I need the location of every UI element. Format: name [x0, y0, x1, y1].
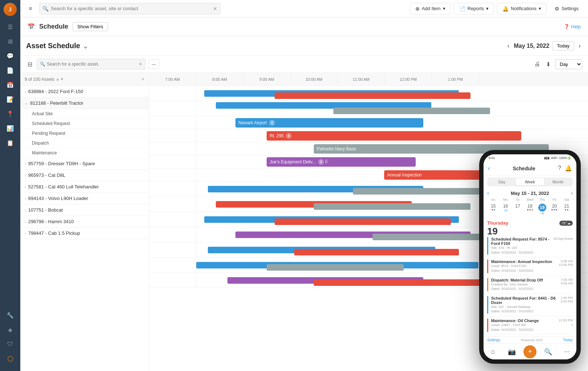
info-icon[interactable]: ℹ	[286, 133, 292, 139]
info-icon[interactable]: ℹ	[318, 159, 324, 165]
phone-cal-day-16[interactable]: 16+3	[499, 203, 512, 216]
sidebar-icon-brand[interactable]: ⬡	[4, 352, 17, 365]
sidebar-icon-documents[interactable]: 📄	[4, 64, 17, 77]
filter-icon-button[interactable]: ⊟	[26, 59, 34, 69]
list-item[interactable]: ›694143 - Volvo L90H Loader	[20, 193, 149, 204]
show-filters-button[interactable]: Show Filters	[73, 22, 108, 31]
list-item[interactable]: ⌄ 812188 - Peterbilt Tractor	[20, 97, 149, 109]
phone-event-item[interactable]: Maintenance: Oil Change Asset: 23847 - F…	[487, 318, 573, 334]
sidebar-icon-integrations[interactable]: ◈	[4, 323, 17, 336]
phone-today-button[interactable]: Today	[563, 338, 573, 342]
joes-equipment-bar[interactable]: Joe's Equipment Deliv... ℹ ⠿	[267, 157, 415, 167]
phone-help-icon[interactable]: ?	[558, 165, 561, 172]
phone-cal-prev-button[interactable]: ‹	[487, 190, 489, 196]
list-item[interactable]: ›965973 - Cat D8L	[20, 170, 149, 181]
phone-cal-day-20[interactable]: 20	[548, 203, 561, 216]
list-item[interactable]: ›798447 - Cab 1.5 Pickup	[20, 228, 149, 239]
schedule-bar[interactable]	[267, 264, 404, 271]
sidebar-icon-messages[interactable]: 💬	[4, 49, 17, 62]
schedule-bar[interactable]	[275, 218, 451, 225]
phone-schedule-body[interactable]: Thursday 75° ☁ 19	[484, 217, 576, 336]
chevron-down-icon: ▾	[539, 6, 541, 11]
rt295-bar[interactable]: Rt. 295 ℹ	[267, 131, 521, 141]
help-button[interactable]: ❓ Help	[564, 24, 581, 29]
list-item[interactable]: Scheduled Request	[20, 119, 149, 129]
list-item[interactable]: ›957759 - Dresser TD9H - Spare	[20, 158, 149, 170]
phone-cal-day-18[interactable]: 18	[524, 203, 536, 216]
schedule-bar[interactable]	[314, 203, 470, 210]
phone-settings-button[interactable]: Settings	[487, 338, 500, 342]
settings-button[interactable]: ⚙ Settings	[550, 3, 584, 14]
sidebar-icon-notes[interactable]: 📝	[4, 93, 17, 106]
page-title: Schedule	[39, 23, 68, 30]
phone-event-item[interactable]: Scheduled Request For: 8441 - D6 Dozer S…	[487, 296, 573, 316]
chevron-right-icon: ›	[25, 89, 26, 94]
phone-tab-day[interactable]: Day	[488, 178, 516, 186]
schedule-bar[interactable]	[294, 249, 459, 255]
sidebar-icon-security[interactable]: 🛡	[4, 338, 17, 351]
close-list-button[interactable]: ✕	[141, 77, 144, 81]
sidebar-icon-reports[interactable]: 📋	[4, 136, 17, 149]
phone-nav-home[interactable]: ⌂	[486, 348, 500, 355]
sort-asc-button[interactable]: ▲	[56, 77, 59, 81]
sidebar-icon-schedule[interactable]: 📅	[4, 78, 17, 91]
more-options-button[interactable]: ···	[148, 59, 159, 69]
list-item[interactable]: › 638984 - 2022 Ford F-150	[20, 86, 149, 97]
phone-bell-icon[interactable]: 🔔	[565, 165, 572, 172]
add-item-button[interactable]: ⊕ Add Item ▾	[410, 3, 451, 14]
today-button[interactable]: Today	[552, 41, 574, 50]
phone-cal-day-21[interactable]: 21	[560, 203, 573, 216]
avatar[interactable]: J	[4, 3, 17, 16]
sidebar-icon-location[interactable]: 📍	[4, 107, 17, 120]
prev-date-button[interactable]: ‹	[506, 41, 511, 51]
list-item[interactable]: ›296798 - Hamm 3410	[20, 216, 149, 228]
phone-event-item[interactable]: Scheduled Request For: 8574 - Ford F150 …	[487, 237, 573, 257]
phone-nav-search[interactable]: 🔍	[541, 348, 555, 356]
list-item[interactable]: ›527581 - Cat 460 Lull Telehandler	[20, 181, 149, 193]
phone-cal-day-15[interactable]: 15	[487, 203, 499, 216]
phone-event-item[interactable]: Maintenance: Annual Inspection Asset: 85…	[487, 259, 573, 275]
asset-search-input[interactable]	[47, 62, 139, 67]
list-item[interactable]: Dispatch	[20, 138, 149, 148]
search-clear-icon[interactable]: ✕	[213, 6, 217, 12]
dropdown-icon[interactable]: ⌄	[82, 42, 89, 50]
filter-toggle-button[interactable]: ≡	[25, 3, 36, 14]
list-item[interactable]: ›107751 - Bobcat	[20, 204, 149, 216]
schedule-bar[interactable]	[333, 108, 490, 114]
phone-nav-camera[interactable]: 📷	[505, 348, 519, 356]
schedule-bar[interactable]	[353, 188, 490, 195]
notifications-button[interactable]: 🔔 Notifications ▾	[497, 3, 547, 14]
download-button[interactable]: ⬇	[544, 59, 552, 69]
phone-tab-week[interactable]: Week	[516, 178, 544, 186]
next-date-button[interactable]: ›	[577, 41, 582, 51]
list-item[interactable]: Actual Site	[20, 109, 149, 119]
list-item[interactable]: Pending Request	[20, 129, 149, 138]
sidebar-icon-analytics[interactable]: 📊	[4, 122, 17, 135]
view-selector[interactable]: Day Week Month	[555, 59, 582, 69]
phone-cal-next-button[interactable]: ›	[571, 190, 573, 196]
clear-icon[interactable]: ✕	[139, 62, 142, 67]
phone-nav-add[interactable]: +	[523, 345, 536, 358]
list-item[interactable]: Maintenance	[20, 148, 149, 158]
sort-desc-button[interactable]: ▼	[60, 77, 64, 81]
newark-airport-bar[interactable]: Newark Airport ℹ	[235, 118, 423, 128]
phone-bottom-nav: ⌂ 📷 + 🔍 ···	[484, 343, 576, 359]
timeline-row	[149, 86, 588, 101]
schedule-bar[interactable]	[275, 92, 470, 99]
phone-nav-more[interactable]: ···	[560, 348, 574, 355]
info-icon[interactable]: ℹ	[269, 120, 275, 126]
sidebar-icon-menu[interactable]: ☰	[4, 20, 17, 33]
reports-button[interactable]: 📄 Reports ▾	[454, 3, 494, 14]
gear-icon: ⚙	[555, 6, 559, 12]
phone-event-item[interactable]: Dispatch: Material Drop Off Created By: …	[487, 278, 573, 294]
phone-back-button[interactable]: ‹	[488, 164, 490, 172]
event-arrow-icon[interactable]: ›	[559, 322, 573, 327]
sidebar-icon-dashboard[interactable]: ⊞	[4, 35, 17, 48]
weather-badge-thursday: 75° ☁	[559, 221, 573, 226]
print-button[interactable]: 🖨	[533, 59, 542, 69]
phone-cal-day-19[interactable]: 19 +5	[536, 203, 548, 216]
phone-cal-day-17[interactable]: 17	[511, 203, 524, 216]
sidebar-icon-tools[interactable]: 🔧	[4, 309, 17, 322]
phone-tab-month[interactable]: Month	[544, 178, 572, 186]
global-search-input[interactable]	[51, 6, 213, 11]
